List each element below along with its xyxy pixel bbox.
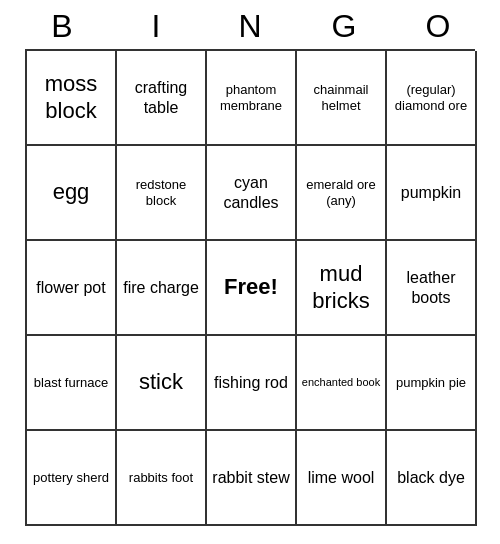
bingo-cell-1: crafting table: [117, 51, 207, 146]
bingo-cell-2: phantom membrane: [207, 51, 297, 146]
bingo-cell-5: egg: [27, 146, 117, 241]
bingo-cell-3: chainmail helmet: [297, 51, 387, 146]
bingo-cell-8: emerald ore (any): [297, 146, 387, 241]
bingo-cell-13: mud bricks: [297, 241, 387, 336]
bingo-cell-23: lime wool: [297, 431, 387, 526]
bingo-cell-24: black dye: [387, 431, 477, 526]
bingo-cell-15: blast furnace: [27, 336, 117, 431]
bingo-cell-7: cyan candles: [207, 146, 297, 241]
bingo-letter-g: G: [299, 8, 389, 45]
bingo-cell-21: rabbits foot: [117, 431, 207, 526]
bingo-cell-6: redstone block: [117, 146, 207, 241]
bingo-cell-10: flower pot: [27, 241, 117, 336]
bingo-letter-i: I: [111, 8, 201, 45]
bingo-header: BINGO: [15, 0, 485, 49]
bingo-cell-18: enchanted book: [297, 336, 387, 431]
bingo-cell-0: moss block: [27, 51, 117, 146]
bingo-cell-20: pottery sherd: [27, 431, 117, 526]
bingo-letter-b: B: [17, 8, 107, 45]
bingo-cell-4: (regular) diamond ore: [387, 51, 477, 146]
bingo-grid: moss blockcrafting tablephantom membrane…: [25, 49, 475, 526]
bingo-letter-n: N: [205, 8, 295, 45]
bingo-cell-12: Free!: [207, 241, 297, 336]
bingo-cell-22: rabbit stew: [207, 431, 297, 526]
bingo-cell-11: fire charge: [117, 241, 207, 336]
bingo-cell-16: stick: [117, 336, 207, 431]
bingo-cell-9: pumpkin: [387, 146, 477, 241]
bingo-cell-17: fishing rod: [207, 336, 297, 431]
bingo-letter-o: O: [393, 8, 483, 45]
bingo-cell-14: leather boots: [387, 241, 477, 336]
bingo-cell-19: pumpkin pie: [387, 336, 477, 431]
